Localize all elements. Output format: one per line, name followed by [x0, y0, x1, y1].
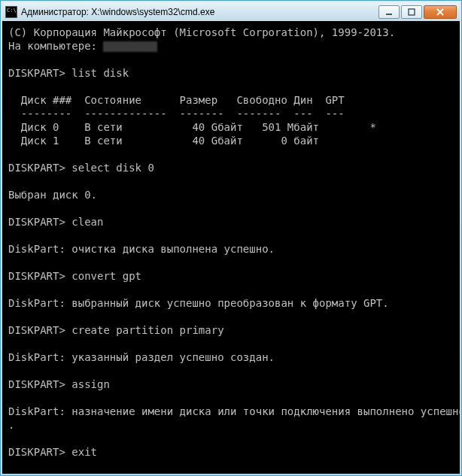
msg-assign-1: DiskPart: назначение имени диска или точ…: [8, 405, 460, 417]
maximize-icon: [408, 8, 415, 16]
msg-assign-2: .: [8, 419, 14, 431]
diskpart-prompt: DISKPART>: [8, 162, 65, 174]
close-icon: [436, 8, 445, 16]
diskpart-prompt: DISKPART>: [8, 67, 65, 79]
msg-convert: DiskPart: выбранный диск успешно преобра…: [8, 297, 389, 309]
diskpart-prompt: DISKPART>: [8, 378, 65, 390]
cmd-exit: exit: [71, 446, 97, 458]
cmd-convert: convert gpt: [71, 270, 141, 282]
cmd-clean: clean: [71, 216, 103, 228]
diskpart-prompt: DISKPART>: [8, 270, 65, 282]
msg-exit: Завершение работы DiskPart...: [8, 473, 192, 474]
cmd-create: create partition primary: [71, 324, 223, 336]
window-title: Администратор: X:\windows\system32\cmd.e…: [21, 7, 378, 17]
titlebar[interactable]: Администратор: X:\windows\system32\cmd.e…: [2, 2, 460, 21]
svg-rect-0: [386, 14, 392, 15]
computer-name-redacted: [103, 41, 157, 52]
diskpart-prompt: DISKPART>: [8, 446, 65, 458]
msg-clean: DiskPart: очистка диска выполнена успешн…: [8, 243, 275, 255]
msg-selected: Выбран диск 0.: [8, 189, 97, 201]
window-controls: [378, 5, 457, 19]
diskpart-prompt: DISKPART>: [8, 324, 65, 336]
copyright-line: (C) Корпорация Майкрософт (Microsoft Cor…: [8, 26, 395, 38]
cmd-window: Администратор: X:\windows\system32\cmd.e…: [0, 0, 462, 476]
close-button[interactable]: [424, 5, 457, 19]
cmd-list-disk: list disk: [71, 67, 129, 79]
disk-table-divider: -------- ------------- ------- ------- -…: [8, 108, 345, 120]
minimize-icon: [385, 8, 393, 16]
cmd-assign: assign: [71, 378, 110, 390]
cmd-select-disk: select disk 0: [71, 162, 154, 174]
diskpart-prompt: DISKPART>: [8, 216, 65, 228]
msg-create: DiskPart: указанный раздел успешно созда…: [8, 351, 275, 363]
svg-rect-1: [409, 9, 415, 15]
maximize-button[interactable]: [401, 5, 422, 19]
cmd-icon: [5, 6, 17, 18]
disk-table-header: Диск ### Состояние Размер Свободно Дин G…: [8, 94, 345, 106]
disk-row-0: Диск 0 В сети 40 Gбайт 501 Mбайт *: [8, 121, 376, 133]
minimize-button[interactable]: [378, 5, 400, 19]
console-area[interactable]: (C) Корпорация Майкрософт (Microsoft Cor…: [2, 21, 460, 474]
disk-row-1: Диск 1 В сети 40 Gбайт 0 байт: [8, 135, 319, 147]
on-computer-label: На компьютере:: [8, 40, 103, 52]
